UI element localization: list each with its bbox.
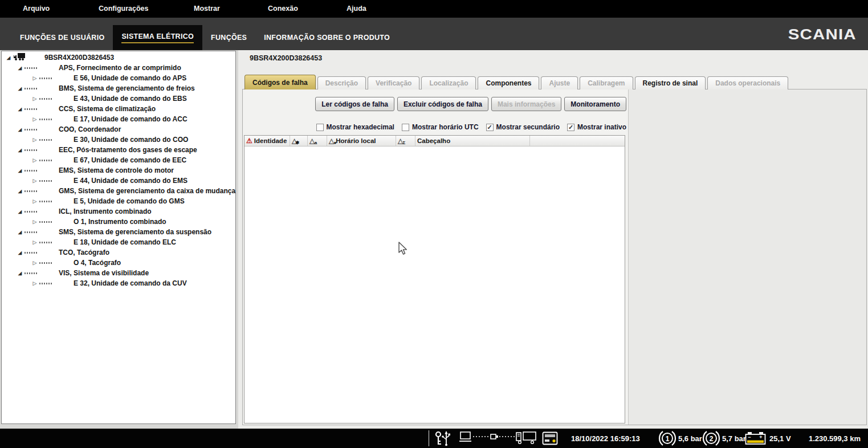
nav-tab-informacao-produto[interactable]: INFORMAÇÃO SOBRE O PRODUTO [255,25,398,50]
menu-arquivo[interactable]: Arquivo [18,0,54,18]
tree-label[interactable]: COO, Coordenador [59,125,121,133]
nav-tab-funcoes-usuario[interactable]: FUNÇÕES DE USUÁRIO [11,25,113,50]
tree-expander[interactable]: ▷ [31,260,38,266]
tree-label[interactable]: 9BSR4X200D3826453 [44,54,114,62]
menu-mostrar[interactable]: Mostrar [189,0,225,18]
checkbox-mostrar-inativo[interactable]: ✓ Mostrar inativo [567,123,626,131]
tree-item-gms[interactable]: ◢GMS, Sistema de gerenciamento da caixa … [2,186,235,196]
svg-text:−: − [748,434,751,440]
tree-expander[interactable]: ◢ [17,127,23,132]
tree-label[interactable]: SMS, Sistema de gerenciamento da suspens… [59,228,211,236]
tree-item-ems[interactable]: ◢EMS, Sistema de controle do motor [2,165,235,176]
tree-item-eec[interactable]: ◢EEC, Pós-tratamento dos gases de escape [2,145,235,155]
tab-componentes[interactable]: Componentes [478,76,539,89]
tree-expander[interactable]: ◢ [17,107,23,112]
tree-label[interactable]: EMS, Sistema de controle do motor [59,166,174,174]
read-fault-codes-button[interactable]: Ler códigos de falha [315,97,394,111]
tree-item-o1[interactable]: ▷O 1, Instrumento combinado [2,217,235,227]
tree-label[interactable]: E 32, Unidade de comando da CUV [74,279,187,287]
tree-item-coo[interactable]: ◢COO, Coordenador [2,124,235,135]
tree-expander[interactable]: ▷ [31,157,38,163]
tree-label[interactable]: E 5, Unidade de comando do GMS [74,197,185,205]
tree-expander[interactable]: ◢ [17,271,23,276]
tree-expander[interactable]: ▷ [31,96,38,101]
tree-root-vehicle[interactable]: ◢ 9BSR4X200D3826453 [2,52,235,63]
tree-item-vis[interactable]: ◢VIS, Sistema de visibilidade [2,268,235,278]
checkbox-unchecked[interactable] [316,124,324,131]
nav-tab-sistema-eletrico[interactable]: SISTEMA ELÉTRICO [113,25,202,50]
tree-label[interactable]: E 43, Unidade de comando do EBS [74,95,187,103]
tree-item-o4[interactable]: ▷O 4, Tacógrafo [2,258,235,268]
tree-expander[interactable]: ◢ [17,209,23,214]
tree-item-ccs[interactable]: ◢CCS, Sistema de climatização [2,104,235,114]
tab-codigos-de-falha[interactable]: Códigos de falha [244,75,316,89]
tree-label[interactable]: GMS, Sistema de gerenciamento da caixa d… [59,187,236,195]
tree-item-e18[interactable]: ▷E 18, Unidade de comando ELC [2,237,235,247]
tree-expander[interactable]: ▷ [31,116,38,122]
tree-expander[interactable]: ◢ [17,148,23,153]
tree-label[interactable]: E 67, Unidade de comando de EEC [74,156,186,164]
tree-expander[interactable]: ▷ [31,75,38,81]
column-horario-local[interactable]: △● Horário local [327,136,396,146]
checkbox-mostrar-horario-utc[interactable]: Mostrar horário UTC [402,123,479,131]
menu-conexao[interactable]: Conexão [263,0,303,18]
tree-item-e43[interactable]: ▷E 43, Unidade de comando do EBS [2,93,235,104]
tree-expander[interactable]: ◢ [17,66,23,71]
column-cabecalho[interactable]: Cabeçalho [415,136,530,146]
tree-item-e17[interactable]: ▷E 17, Unidade de comando do ACC [2,114,235,124]
checkbox-unchecked[interactable] [402,124,409,131]
tree-item-tco[interactable]: ◢TCO, Tacógrafo [2,247,235,258]
tree-expander[interactable]: ▷ [31,178,38,184]
tree-label[interactable]: BMS, Sistema de gerenciamento de freios [59,84,195,92]
tree-item-aps[interactable]: ◢APS, Fornecimento de ar comprimido [2,63,235,73]
column-gear-status[interactable]: △✱ [290,136,308,146]
tree-item-icl[interactable]: ◢ICL, Instrumento combinado [2,206,235,217]
tree-label[interactable]: APS, Fornecimento de ar comprimido [59,64,181,72]
clear-fault-codes-button[interactable]: Excluir códigos de falha [397,97,488,111]
tree-expander[interactable]: ▷ [31,219,38,225]
tree-expander[interactable]: ◢ [17,189,23,194]
tree-item-e32[interactable]: ▷E 32, Unidade de comando da CUV [2,278,235,288]
tree-label[interactable]: E 56, Unidade de comando do APS [74,74,186,82]
tree-expander[interactable]: ◢ [17,168,23,173]
tree-expander[interactable]: ▷ [31,280,38,286]
menu-configuracoes[interactable]: Configurações [94,0,153,18]
checkbox-mostrar-hexadecimal[interactable]: Mostrar hexadecimal [316,123,394,131]
tree-label[interactable]: CCS, Sistema de climatização [59,105,156,113]
tree-item-e30[interactable]: ▷E 30, Unidade de comando do COO [2,135,235,145]
nav-tab-funcoes[interactable]: FUNÇÕES [202,25,255,50]
checkbox-checked[interactable]: ✓ [567,124,574,131]
tree-expander[interactable]: ◢ [17,250,23,255]
tree-item-bms[interactable]: ◢BMS, Sistema de gerenciamento de freios [2,83,235,93]
tree-item-e5[interactable]: ▷E 5, Unidade de comando do GMS [2,196,235,206]
tree-expander[interactable]: ▷ [31,137,38,142]
column-active-status[interactable]: △a [308,136,327,146]
tree-expander[interactable]: ◢ [17,86,23,91]
tree-item-e56[interactable]: ▷E 56, Unidade de comando do APS [2,73,235,83]
system-icon [25,252,37,254]
tree-expander[interactable]: ▷ [31,239,38,245]
tab-registro-de-sinal[interactable]: Registro de sinal [635,76,706,89]
tree-expander[interactable]: ◢ [17,230,23,235]
tree-label[interactable]: E 18, Unidade de comando ELC [74,238,176,246]
tree-item-e67[interactable]: ▷E 67, Unidade de comando de EEC [2,155,235,165]
column-identidade[interactable]: ⚠ Identidade [244,136,290,146]
tree-label[interactable]: VIS, Sistema de visibilidade [59,269,149,277]
tree-label[interactable]: E 30, Unidade de comando do COO [74,136,188,144]
column-count[interactable]: △Σ [396,136,415,146]
tree-expander[interactable]: ◢ [5,55,12,60]
tree-label[interactable]: ICL, Instrumento combinado [59,207,152,215]
tree-label[interactable]: O 1, Instrumento combinado [74,218,166,226]
tree-label[interactable]: E 17, Unidade de comando do ACC [74,115,188,123]
checkbox-checked[interactable]: ✓ [486,124,494,131]
monitoring-button[interactable]: Monitoramento [564,97,626,111]
tree-label[interactable]: E 44, Unidade de comando do EMS [74,177,188,185]
tree-item-e44[interactable]: ▷E 44, Unidade de comando do EMS [2,176,235,186]
tree-label[interactable]: TCO, Tacógrafo [59,249,109,256]
tree-expander[interactable]: ▷ [31,198,38,204]
menu-ajuda[interactable]: Ajuda [342,0,371,18]
checkbox-mostrar-secundario[interactable]: ✓ Mostrar secundário [486,123,560,131]
tree-label[interactable]: O 4, Tacógrafo [74,259,121,267]
tree-item-sms[interactable]: ◢SMS, Sistema de gerenciamento da suspen… [2,227,235,237]
tree-label[interactable]: EEC, Pós-tratamento dos gases de escape [59,146,197,154]
